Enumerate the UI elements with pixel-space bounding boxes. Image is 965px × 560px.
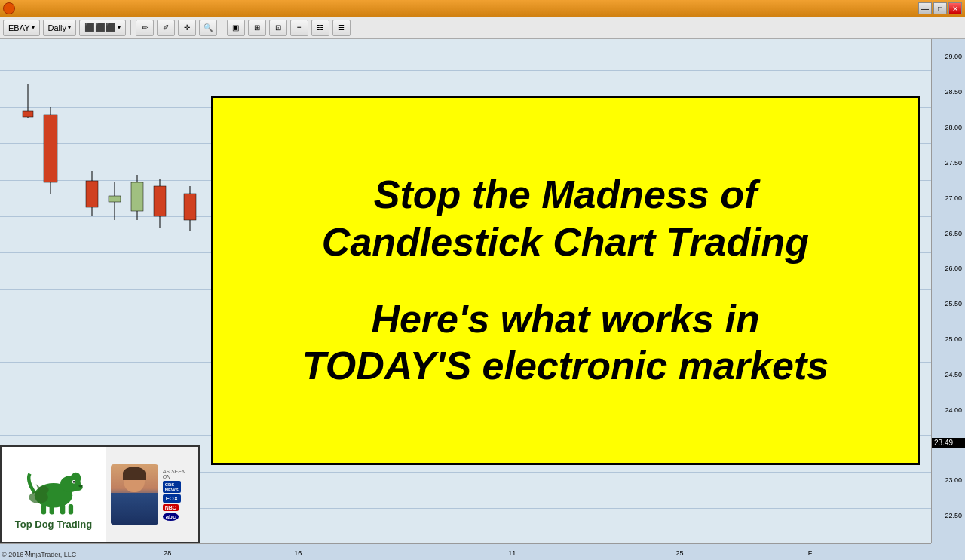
date-tick-F: F: [808, 549, 813, 557]
dog-logo-icon: [20, 459, 87, 516]
chart-view-6[interactable]: ☰: [332, 20, 351, 36]
date-tick-25: 25: [676, 549, 684, 557]
nbc-logo: NBC: [163, 504, 179, 511]
price-tick-2800: 28.00: [945, 124, 962, 131]
chart-toolbar: EBAY ▾ Daily ▾ ⬛⬛⬛ ▾ ✏ ✐ ✛ 🔍 ▣ ⊞ ⊡ ≡ ☷ ☰: [0, 17, 965, 39]
chart-view-2[interactable]: ⊞: [248, 20, 266, 36]
grid-icon-3: ⊡: [275, 23, 281, 32]
date-tick-28: 28: [164, 549, 171, 557]
app-icon: [3, 2, 15, 14]
price-tick-2700: 27.00: [945, 194, 962, 202]
price-axis: 29.00 28.50 28.00 27.50 27.00 26.50 26.0…: [931, 39, 965, 543]
svg-rect-33: [60, 504, 65, 515]
svg-rect-36: [50, 504, 54, 515]
draw-tool-3[interactable]: ✛: [178, 20, 196, 36]
grid-icon-6: ☰: [338, 23, 345, 32]
media-logos: AS SEEN ON CBSNEWS FOX NBC abc: [163, 469, 194, 521]
fox-logo: FOX: [163, 494, 181, 503]
current-price-label: 23.49: [932, 438, 965, 448]
chart-area: Stop the Madness of Candlestick Chart Tr…: [0, 39, 965, 560]
minimize-button[interactable]: —: [918, 2, 932, 14]
overlay-headline-2: Here's what works in TODAY'S electronic …: [302, 295, 829, 390]
chart-view-5[interactable]: ☷: [311, 20, 329, 36]
date-tick-16: 16: [294, 549, 302, 557]
zoom-icon: 🔍: [204, 23, 213, 32]
date-axis: 21 28 16 11 25 F: [0, 543, 931, 560]
price-tick-2500: 25.00: [945, 335, 962, 343]
timeframe-selector[interactable]: Daily ▾: [43, 20, 76, 36]
date-tick-11: 11: [508, 549, 516, 557]
price-tick-2850: 28.50: [945, 88, 962, 96]
pencil-icon: ✏: [142, 23, 148, 32]
zoom-tool[interactable]: 🔍: [199, 20, 217, 36]
separator-2: [222, 20, 222, 35]
promotional-overlay: Stop the Madness of Candlestick Chart Tr…: [211, 96, 920, 465]
price-tick-2250: 22.50: [945, 512, 962, 519]
svg-point-38: [73, 481, 75, 483]
price-tick-2750: 27.50: [945, 159, 962, 167]
crosshair-icon: ✛: [184, 23, 190, 32]
price-tick-2400: 24.00: [945, 406, 962, 414]
separator-1: [130, 20, 131, 35]
logo-right-section: AS SEEN ON CBSNEWS FOX NBC abc: [106, 447, 198, 542]
maximize-button[interactable]: □: [933, 2, 947, 14]
symbol-dropdown-arrow[interactable]: ▾: [32, 24, 35, 31]
title-bar: — □ ✕: [0, 0, 965, 17]
svg-rect-35: [41, 504, 46, 515]
copyright-text: © 2016 NinjaTrader, LLC: [2, 551, 76, 558]
close-button[interactable]: ✕: [948, 2, 962, 14]
price-tick-2450: 24.50: [945, 371, 962, 378]
window-controls: — □ ✕: [918, 2, 962, 14]
chart-view-3[interactable]: ⊡: [269, 20, 287, 36]
logo-left-section: Top Dog Trading: [2, 447, 106, 542]
logo-company-name: Top Dog Trading: [15, 519, 92, 530]
price-tick-2600: 26.00: [945, 265, 962, 272]
overlay-headline-1: Stop the Madness of Candlestick Chart Tr…: [322, 171, 809, 265]
timeframe-dropdown-arrow[interactable]: ▾: [68, 24, 71, 31]
pen-icon: ✐: [163, 23, 169, 32]
chart-type-label: ⬛⬛⬛: [84, 23, 116, 32]
chart-view-4[interactable]: ≡: [290, 20, 308, 36]
logo-box: Top Dog Trading AS SEEN ON CBSNEWS: [0, 445, 200, 543]
price-tick-2550: 25.50: [945, 300, 962, 308]
chart-type-selector[interactable]: ⬛⬛⬛ ▾: [79, 20, 126, 36]
timeframe-label: Daily: [48, 23, 66, 32]
draw-tool-1[interactable]: ✏: [136, 20, 154, 36]
chart-view-1[interactable]: ▣: [227, 20, 245, 36]
symbol-selector[interactable]: EBAY ▾: [3, 20, 40, 36]
abc-logo: abc: [163, 513, 179, 521]
price-tick-2650: 26.50: [945, 230, 962, 237]
person-image: [111, 464, 158, 525]
grid-icon-5: ☷: [317, 23, 323, 32]
grid-icon-2: ⊞: [254, 23, 260, 32]
svg-point-32: [78, 485, 82, 488]
grid-icon-1: ▣: [232, 23, 239, 32]
draw-tool-2[interactable]: ✐: [157, 20, 175, 36]
symbol-label: EBAY: [8, 23, 30, 32]
svg-rect-34: [69, 504, 73, 515]
price-tick-2300: 23.00: [945, 476, 962, 484]
chart-type-arrow[interactable]: ▾: [118, 24, 121, 31]
as-seen-on-label: AS SEEN ON: [163, 469, 194, 479]
price-tick-2900: 29.00: [945, 53, 962, 60]
cbs-news-logo: CBSNEWS: [163, 481, 181, 493]
grid-icon-4: ≡: [297, 23, 302, 32]
